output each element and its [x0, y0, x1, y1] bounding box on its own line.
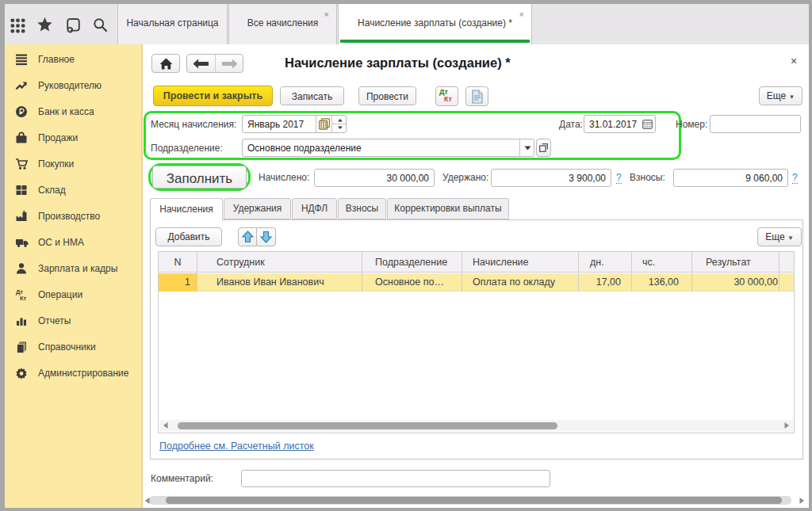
svg-text:Дт: Дт: [439, 88, 448, 96]
svg-text:Кт: Кт: [20, 295, 27, 302]
svg-text:Кт: Кт: [444, 95, 452, 102]
